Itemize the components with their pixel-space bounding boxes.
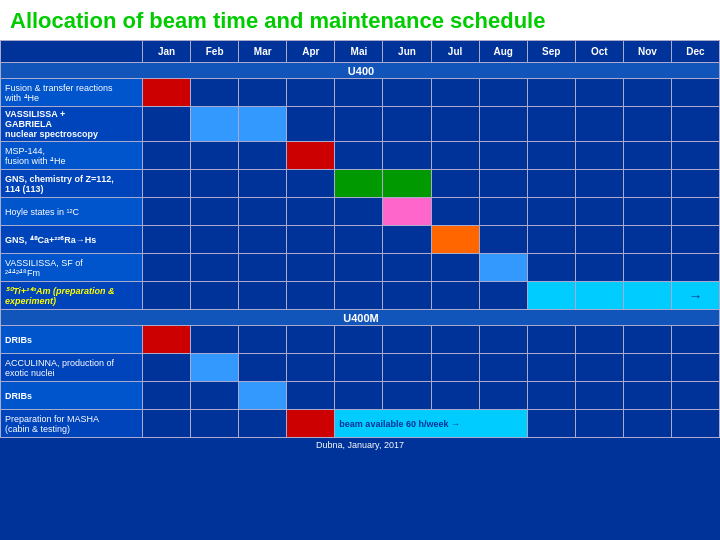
cell-jun (383, 142, 431, 170)
table-row: VASSILISSA, SF of²⁴⁴²⁴⁸Fm (1, 254, 720, 282)
row-label: Hoyle states in ¹²C (1, 198, 143, 226)
month-jul: Jul (431, 41, 479, 63)
cell-nov (623, 170, 671, 198)
cell-mai (335, 79, 383, 107)
table-row: Hoyle states in ¹²C (1, 198, 720, 226)
cell-sep (527, 326, 575, 354)
table-row: GNS, chemistry of Z=112,114 (113) (1, 170, 720, 198)
cell-sep (527, 198, 575, 226)
cell-aug (479, 198, 527, 226)
cell-dec (671, 410, 719, 438)
cell-sep (527, 410, 575, 438)
cell-mar (239, 107, 287, 142)
cell-nov (623, 142, 671, 170)
cell-jun (383, 198, 431, 226)
cell-mar (239, 282, 287, 310)
cell-sep (527, 354, 575, 382)
cell-mai (335, 254, 383, 282)
u400m-section-header: U400M (1, 310, 720, 326)
cell-mai (335, 354, 383, 382)
cell-nov (623, 254, 671, 282)
cell-nov (623, 282, 671, 310)
cell-jan (143, 198, 191, 226)
month-aug: Aug (479, 41, 527, 63)
month-mar: Mar (239, 41, 287, 63)
cell-feb (191, 254, 239, 282)
cell-nov (623, 410, 671, 438)
u400-label: U400 (1, 63, 720, 79)
row-label: MSP-144,fusion with ⁴He (1, 142, 143, 170)
cell-sep (527, 142, 575, 170)
cell-feb (191, 410, 239, 438)
table-row: DRIBs (1, 382, 720, 410)
cell-mar (239, 382, 287, 410)
cell-jan (143, 170, 191, 198)
cell-jan (143, 79, 191, 107)
table-row: VASSILISSA +GABRIELAnuclear spectroscopy (1, 107, 720, 142)
month-dec: Dec (671, 41, 719, 63)
cell-apr (287, 226, 335, 254)
cell-jul (431, 326, 479, 354)
month-mai: Mai (335, 41, 383, 63)
cell-mai (335, 107, 383, 142)
cell-nov (623, 226, 671, 254)
cell-jul (431, 226, 479, 254)
cell-oct (575, 79, 623, 107)
table-row: DRIBs (1, 326, 720, 354)
month-jan: Jan (143, 41, 191, 63)
cell-mar (239, 226, 287, 254)
cell-oct (575, 107, 623, 142)
cell-jul (431, 282, 479, 310)
beam-available-cell: beam available 60 h/week → (335, 410, 527, 438)
cell-mai (335, 142, 383, 170)
cell-jan (143, 326, 191, 354)
cell-oct (575, 170, 623, 198)
cell-jan (143, 282, 191, 310)
cell-jul (431, 198, 479, 226)
cell-apr (287, 382, 335, 410)
cell-dec (671, 107, 719, 142)
cell-feb (191, 382, 239, 410)
cell-sep (527, 107, 575, 142)
cell-nov (623, 198, 671, 226)
cell-jul (431, 354, 479, 382)
table-row: ACCULINNA, production ofexotic nuclei (1, 354, 720, 382)
cell-jul (431, 382, 479, 410)
cell-jun (383, 382, 431, 410)
cell-dec (671, 226, 719, 254)
cell-jul (431, 107, 479, 142)
cell-dec (671, 142, 719, 170)
cell-mar (239, 410, 287, 438)
cell-oct (575, 354, 623, 382)
cell-mar (239, 254, 287, 282)
cell-jul (431, 254, 479, 282)
cell-apr (287, 170, 335, 198)
cell-aug (479, 226, 527, 254)
cell-apr (287, 142, 335, 170)
cell-dec (671, 198, 719, 226)
cell-jun (383, 282, 431, 310)
cell-nov (623, 354, 671, 382)
table-row: Preparation for MASHA(cabin & testing) b… (1, 410, 720, 438)
cell-feb (191, 142, 239, 170)
row-label: GNS, chemistry of Z=112,114 (113) (1, 170, 143, 198)
row-label: Preparation for MASHA(cabin & testing) (1, 410, 143, 438)
cell-mai (335, 170, 383, 198)
cell-apr (287, 107, 335, 142)
cell-mar (239, 198, 287, 226)
page-title: Allocation of beam time and maintenance … (0, 0, 720, 40)
month-apr: Apr (287, 41, 335, 63)
cell-dec (671, 354, 719, 382)
cell-mar (239, 326, 287, 354)
cell-oct (575, 142, 623, 170)
cell-aug (479, 326, 527, 354)
month-nov: Nov (623, 41, 671, 63)
cell-apr (287, 254, 335, 282)
cell-feb (191, 170, 239, 198)
row-label: DRIBs (1, 382, 143, 410)
cell-oct (575, 410, 623, 438)
cell-apr (287, 79, 335, 107)
cell-oct (575, 326, 623, 354)
cell-nov (623, 107, 671, 142)
cell-mai (335, 382, 383, 410)
